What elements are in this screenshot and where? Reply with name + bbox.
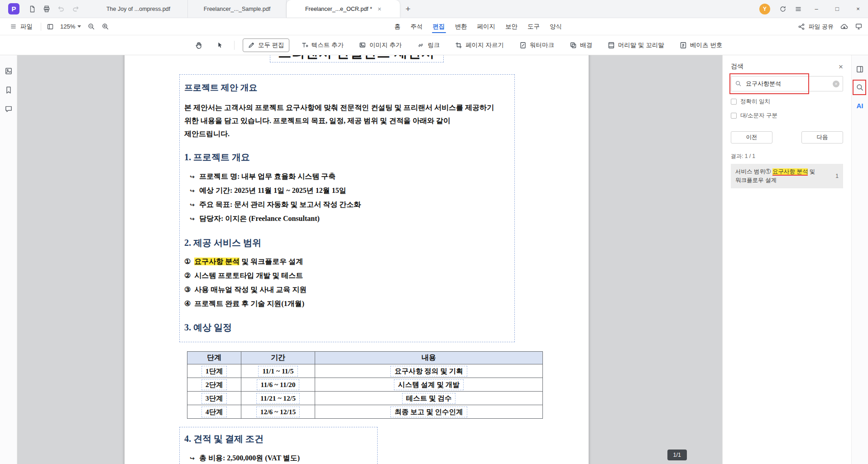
menu-page[interactable]: 페이지 <box>476 18 497 35</box>
table-cell-text[interactable]: 1단계 <box>201 366 227 377</box>
add-text-button[interactable]: 텍스트 추가 <box>297 38 347 52</box>
pdf-page[interactable]: 프리랜서 컨설턴트 제안서 프로젝트 제안 개요 본 제안서는 고객사의 프로젝… <box>125 55 589 464</box>
background-label: 배경 <box>580 41 592 49</box>
bates-number-button[interactable]: 베이츠 번호 <box>676 38 726 52</box>
section4-heading: 4. 견적 및 결제 조건 <box>184 433 372 445</box>
sync-button[interactable] <box>776 2 790 16</box>
watermark-button[interactable]: 워터마크 <box>516 38 558 52</box>
menu-edit[interactable]: 편집 <box>432 18 446 35</box>
document-icon <box>29 5 36 13</box>
table-cell-text[interactable]: 11/6 ~ 11/20 <box>257 379 300 390</box>
editable-text-block[interactable]: 프로젝트 제안 개요 본 제안서는 고객사의 프로젝트 요구사항에 맞춰 전문적… <box>179 74 515 342</box>
file-menu-button[interactable]: 파일 <box>7 21 35 33</box>
comments-panel-button[interactable] <box>4 104 14 114</box>
tab-document-1[interactable]: The Joy of ...ompress.pdf <box>89 0 188 18</box>
crop-page-button[interactable]: 페이지 자르기 <box>451 38 508 52</box>
user-avatar[interactable]: Y <box>759 4 770 14</box>
new-tab-button[interactable]: + <box>400 0 416 18</box>
search-input[interactable] <box>731 76 843 91</box>
page-view-icon <box>47 23 54 30</box>
table-cell-text[interactable]: 시스템 설계 및 개발 <box>394 379 464 390</box>
menu-forms[interactable]: 양식 <box>548 18 563 35</box>
previous-button[interactable]: 이전 <box>731 131 772 144</box>
maximize-button[interactable]: □ <box>827 0 847 18</box>
ai-assistant-button[interactable]: AI <box>855 100 865 110</box>
file-menu-label: 파일 <box>20 23 33 31</box>
menu-convert[interactable]: 변환 <box>454 18 469 35</box>
zoom-value: 125% <box>60 23 75 30</box>
titlebar-right: Y – □ × <box>755 0 868 18</box>
menu-security[interactable]: 보안 <box>504 18 519 35</box>
print-button[interactable] <box>39 2 54 16</box>
titlebar: P The Joy of ...ompress.pdf Freelancer_.… <box>0 0 868 18</box>
cloud-download-button[interactable] <box>840 23 848 30</box>
page-view-button[interactable] <box>47 23 54 30</box>
separator <box>234 41 235 50</box>
table-cell-text[interactable]: 4단계 <box>201 407 227 417</box>
document-viewport[interactable]: 프리랜서 컨설턴트 제안서 프로젝트 제안 개요 본 제안서는 고객사의 프로젝… <box>17 55 722 464</box>
bullet-item: ↪주요 목표: 문서 관리 자동화 및 보고서 작성 간소화 <box>184 198 509 212</box>
schedule-table[interactable]: 단계 기간 내용 1단계 11/1 ~ 11/5 요구사항 정의 및 기획 2단… <box>187 351 543 419</box>
app-menu-button[interactable] <box>791 2 806 16</box>
table-cell-text[interactable]: 12/6 ~ 12/15 <box>256 407 300 417</box>
table-cell-text[interactable]: 11/1 ~ 11/5 <box>258 366 297 377</box>
zoom-out-button[interactable] <box>87 23 95 30</box>
share-file-button[interactable]: 파일 공유 <box>798 23 834 31</box>
share-file-label: 파일 공유 <box>808 23 834 31</box>
edit-all-button[interactable]: 모두 편집 <box>243 38 289 52</box>
exact-match-option[interactable]: 정확히 일치 <box>731 98 843 105</box>
content-area: 프리랜서 컨설턴트 제안서 프로젝트 제안 개요 본 제안서는 고객사의 프로젝… <box>0 55 868 464</box>
menu-tools[interactable]: 도구 <box>526 18 541 35</box>
panel-toggle-button[interactable] <box>855 64 865 74</box>
case-sensitive-option[interactable]: 대/소문자 구분 <box>731 112 843 120</box>
edit-tools-group: 모두 편집 텍스트 추가 이미지 추가 링크 페이지 자르기 워터마크 <box>192 38 726 52</box>
table-row: 3단계 11/21 ~ 12/5 테스트 및 검수 <box>187 392 543 405</box>
hand-tool-button[interactable] <box>192 39 205 52</box>
cursor-icon <box>216 41 224 49</box>
menu-home[interactable]: 홈 <box>393 18 402 35</box>
table-cell-text[interactable]: 11/21 ~ 12/5 <box>256 393 300 404</box>
link-button[interactable]: 링크 <box>413 38 443 52</box>
search-panel-button[interactable] <box>855 82 865 92</box>
exact-match-checkbox[interactable] <box>731 99 737 105</box>
background-button[interactable]: 배경 <box>566 38 596 52</box>
document-title[interactable]: 프리랜서 컨설턴트 제안서 <box>270 55 444 62</box>
zoom-level-dropdown[interactable]: 125% <box>60 23 81 30</box>
table-cell-text[interactable]: 최종 보고 및 인수인계 <box>390 407 467 417</box>
clear-search-icon[interactable]: × <box>833 81 839 87</box>
thumbnails-panel-button[interactable] <box>4 66 14 76</box>
editable-text-block[interactable]: 4. 견적 및 결제 조건 ↪총 비용: 2,500,000원 (VAT 별도)… <box>179 427 378 464</box>
undo-button[interactable] <box>54 2 68 16</box>
search-result-item[interactable]: 서비스 범위① 요구사항 분석 및 워크플로우 설계 1 <box>731 164 843 188</box>
add-image-button[interactable]: 이미지 추가 <box>355 38 405 52</box>
bullet-icon: ↪ <box>190 212 195 226</box>
bullet-text: 예상 기간: 2025년 11월 1일 ~ 2025년 12월 15일 <box>199 184 346 197</box>
tab-document-2[interactable]: Freelancer_..._Sample.pdf <box>188 0 287 18</box>
close-icon[interactable]: × <box>839 63 843 71</box>
background-icon <box>570 42 577 49</box>
table-row: 1단계 11/1 ~ 11/5 요구사항 정의 및 기획 <box>187 364 543 378</box>
header-footer-button[interactable]: 머리말 및 꼬리말 <box>604 38 668 52</box>
table-header-cell: 단계 <box>187 352 241 364</box>
minimize-button[interactable]: – <box>806 0 826 18</box>
tab-close-icon[interactable]: × <box>378 6 381 12</box>
share-icon <box>798 23 805 30</box>
table-cell-text[interactable]: 테스트 및 검수 <box>402 393 456 404</box>
select-tool-button[interactable] <box>213 39 226 52</box>
redo-button[interactable] <box>68 2 83 16</box>
tab-document-3-active[interactable]: Freelancer_...e_OCR.pdf * × <box>287 0 400 18</box>
menu-comment[interactable]: 주석 <box>409 18 424 35</box>
case-sensitive-checkbox[interactable] <box>731 113 737 119</box>
left-sidebar <box>0 55 17 464</box>
bookmarks-panel-button[interactable] <box>4 85 14 95</box>
open-document-button[interactable] <box>25 2 39 16</box>
table-cell-text[interactable]: 요구사항 정의 및 기획 <box>390 366 467 377</box>
table-cell-text[interactable]: 2단계 <box>201 379 227 390</box>
next-button[interactable]: 다음 <box>801 131 843 144</box>
table-cell-text[interactable]: 3단계 <box>201 393 227 404</box>
zoom-in-button[interactable] <box>101 23 109 30</box>
numbered-item: ①요구사항 분석 및 워크플로우 설계 <box>184 254 509 268</box>
screen-mode-button[interactable] <box>855 23 863 30</box>
monitor-icon <box>855 23 863 30</box>
close-window-button[interactable]: × <box>848 0 868 18</box>
